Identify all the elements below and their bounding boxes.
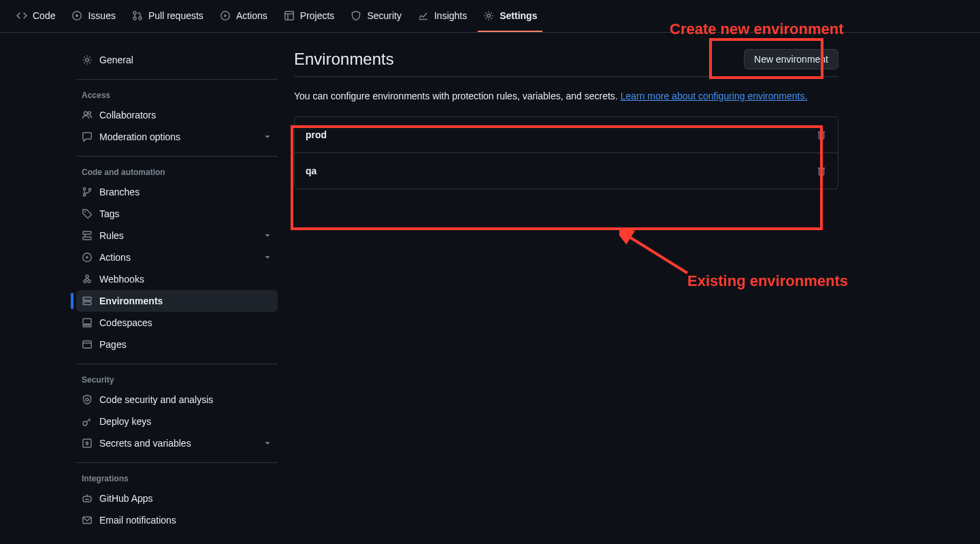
sidebar-item-moderation[interactable]: Moderation options bbox=[76, 126, 278, 148]
tab-label: Code bbox=[33, 10, 55, 21]
sidebar-item-general[interactable]: General bbox=[76, 49, 278, 71]
sidebar-item-label: Codespaces bbox=[99, 317, 152, 328]
new-environment-button[interactable]: New environment bbox=[744, 49, 838, 69]
tab-insights[interactable]: Insights bbox=[412, 0, 472, 32]
key-icon bbox=[82, 416, 93, 427]
sidebar-item-label: Tags bbox=[99, 208, 120, 219]
shield-check-icon bbox=[82, 394, 93, 405]
svg-point-29 bbox=[83, 421, 87, 426]
svg-point-19 bbox=[88, 280, 91, 283]
desc-text: You can configure environments with prot… bbox=[294, 91, 621, 101]
tab-pull-requests[interactable]: Pull requests bbox=[127, 0, 209, 32]
sidebar-item-codespaces[interactable]: Codespaces bbox=[76, 312, 278, 334]
sidebar-item-tags[interactable]: Tags bbox=[76, 203, 278, 225]
shield-icon bbox=[350, 10, 361, 21]
svg-point-7 bbox=[487, 14, 491, 17]
key-asterisk-icon bbox=[82, 438, 93, 449]
svg-point-18 bbox=[84, 280, 86, 283]
play-icon bbox=[82, 252, 93, 263]
sidebar-item-rules[interactable]: Rules bbox=[76, 225, 278, 246]
environment-name: qa bbox=[306, 165, 316, 176]
gear-icon bbox=[483, 10, 494, 21]
pr-icon bbox=[132, 10, 143, 21]
sidebar-item-deploy-keys[interactable]: Deploy keys bbox=[76, 411, 278, 432]
sidebar-item-label: Webhooks bbox=[99, 274, 144, 285]
svg-rect-15 bbox=[83, 231, 91, 234]
tab-code[interactable]: Code bbox=[11, 0, 61, 32]
sidebar-section-security: Security bbox=[76, 364, 278, 389]
sidebar-item-branches[interactable]: Branches bbox=[76, 181, 278, 203]
page-header: Environments New environment bbox=[294, 49, 838, 77]
tab-actions[interactable]: Actions bbox=[214, 0, 273, 32]
repo-nav: Code Issues Pull requests Actions Projec… bbox=[0, 0, 980, 33]
sidebar-item-github-apps[interactable]: GitHub Apps bbox=[76, 487, 278, 509]
sidebar-item-webhooks[interactable]: Webhooks bbox=[76, 268, 278, 290]
svg-point-11 bbox=[83, 188, 86, 191]
svg-point-23 bbox=[84, 298, 86, 300]
people-icon bbox=[82, 110, 93, 121]
tab-security[interactable]: Security bbox=[345, 0, 407, 32]
settings-sidebar: General Access Collaborators Moderation … bbox=[76, 49, 278, 531]
svg-rect-26 bbox=[83, 325, 91, 327]
learn-more-link[interactable]: Learn more about configuring environment… bbox=[621, 91, 808, 101]
rules-icon bbox=[82, 230, 93, 241]
mail-icon bbox=[82, 515, 93, 526]
graph-icon bbox=[418, 10, 429, 21]
sidebar-item-email-notifications[interactable]: Email notifications bbox=[76, 509, 278, 531]
page-description: You can configure environments with prot… bbox=[294, 89, 838, 104]
svg-point-10 bbox=[88, 112, 91, 114]
sidebar-item-label: Code security and analysis bbox=[99, 394, 213, 405]
svg-point-12 bbox=[83, 194, 86, 197]
svg-point-9 bbox=[84, 112, 88, 115]
svg-point-8 bbox=[86, 59, 89, 62]
page-title: Environments bbox=[294, 50, 394, 69]
sidebar-item-label: Secrets and variables bbox=[99, 438, 191, 449]
branch-icon bbox=[82, 187, 93, 197]
svg-point-4 bbox=[139, 17, 142, 20]
tab-projects[interactable]: Projects bbox=[278, 0, 340, 32]
environment-name: prod bbox=[306, 129, 327, 140]
gear-icon bbox=[82, 54, 93, 65]
sidebar-item-label: Email notifications bbox=[99, 515, 176, 526]
sidebar-item-collaborators[interactable]: Collaborators bbox=[76, 104, 278, 126]
sidebar-item-label: Branches bbox=[99, 187, 140, 197]
tag-icon bbox=[82, 208, 93, 219]
project-icon bbox=[284, 10, 295, 21]
code-icon bbox=[16, 10, 27, 21]
tab-issues[interactable]: Issues bbox=[66, 0, 120, 32]
server-icon bbox=[82, 295, 93, 306]
svg-point-3 bbox=[133, 17, 136, 20]
delete-environment-button[interactable] bbox=[816, 165, 827, 176]
sidebar-section-access: Access bbox=[76, 80, 278, 104]
svg-point-28 bbox=[86, 398, 88, 401]
sidebar-item-actions[interactable]: Actions bbox=[76, 246, 278, 268]
tab-label: Pull requests bbox=[148, 10, 203, 21]
tab-label: Security bbox=[367, 10, 402, 21]
delete-environment-button[interactable] bbox=[816, 129, 827, 140]
svg-point-14 bbox=[84, 211, 86, 212]
svg-rect-16 bbox=[83, 237, 91, 240]
sidebar-item-pages[interactable]: Pages bbox=[76, 334, 278, 355]
svg-rect-6 bbox=[285, 11, 294, 20]
svg-point-13 bbox=[88, 189, 91, 191]
sidebar-item-label: Pages bbox=[99, 339, 127, 350]
comment-icon bbox=[82, 131, 93, 142]
issue-icon bbox=[71, 10, 82, 21]
codespaces-icon bbox=[82, 317, 93, 328]
chevron-down-icon bbox=[263, 231, 272, 240]
environment-list: prod qa bbox=[294, 116, 838, 189]
chevron-down-icon bbox=[263, 253, 272, 262]
chevron-down-icon bbox=[263, 132, 272, 142]
environment-row[interactable]: qa bbox=[295, 153, 838, 189]
sidebar-item-label: Environments bbox=[99, 295, 163, 306]
sidebar-item-environments[interactable]: Environments bbox=[76, 290, 278, 312]
play-icon bbox=[220, 10, 231, 21]
sidebar-item-label: Actions bbox=[99, 252, 131, 263]
sidebar-item-label: Rules bbox=[99, 230, 124, 241]
environment-row[interactable]: prod bbox=[295, 117, 838, 153]
tab-label: Settings bbox=[500, 10, 537, 21]
tab-settings[interactable]: Settings bbox=[478, 0, 542, 32]
sidebar-item-code-security[interactable]: Code security and analysis bbox=[76, 389, 278, 411]
sidebar-item-label: General bbox=[99, 54, 133, 65]
sidebar-item-secrets-variables[interactable]: Secrets and variables bbox=[76, 432, 278, 454]
